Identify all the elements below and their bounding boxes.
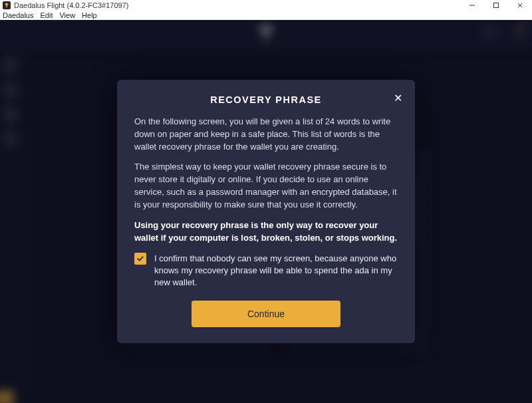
window-title: Daedalus Flight (4.0.2-FC3#17097) (14, 1, 128, 9)
menu-item-view[interactable]: View (59, 11, 75, 19)
dialog-paragraph: The simplest way to keep your wallet rec… (134, 161, 398, 211)
app-icon (3, 1, 11, 9)
confirm-label: I confirm that nobody can see my screen,… (154, 253, 398, 289)
close-button[interactable]: ✕ (391, 92, 404, 105)
menu-item-daedalus[interactable]: Daedalus (3, 11, 33, 19)
menu-item-help[interactable]: Help (82, 11, 97, 19)
confirm-row: I confirm that nobody can see my screen,… (134, 253, 398, 289)
close-icon: ✕ (394, 92, 402, 104)
svg-rect-0 (494, 3, 499, 8)
window-maximize-button[interactable] (484, 0, 508, 11)
dialog-paragraph-emphasis: Using your recovery phrase is the only w… (134, 219, 398, 245)
continue-button[interactable]: Continue (192, 301, 340, 327)
dialog-title: RECOVERY PHRASE (134, 94, 398, 105)
recovery-phrase-dialog: ✕ RECOVERY PHRASE On the following scree… (117, 80, 415, 343)
window-close-button[interactable] (508, 0, 532, 11)
confirm-checkbox[interactable] (134, 253, 146, 265)
menu-bar: Daedalus Edit View Help (0, 11, 532, 20)
menu-item-edit[interactable]: Edit (40, 11, 53, 19)
dialog-paragraph: On the following screen, you will be giv… (134, 116, 398, 154)
app-area: ✕ RECOVERY PHRASE On the following scree… (0, 20, 532, 403)
window-titlebar: Daedalus Flight (4.0.2-FC3#17097) (0, 0, 532, 11)
checkmark-icon (136, 255, 144, 263)
window-minimize-button[interactable] (460, 0, 484, 11)
modal-overlay: ✕ RECOVERY PHRASE On the following scree… (0, 20, 532, 403)
